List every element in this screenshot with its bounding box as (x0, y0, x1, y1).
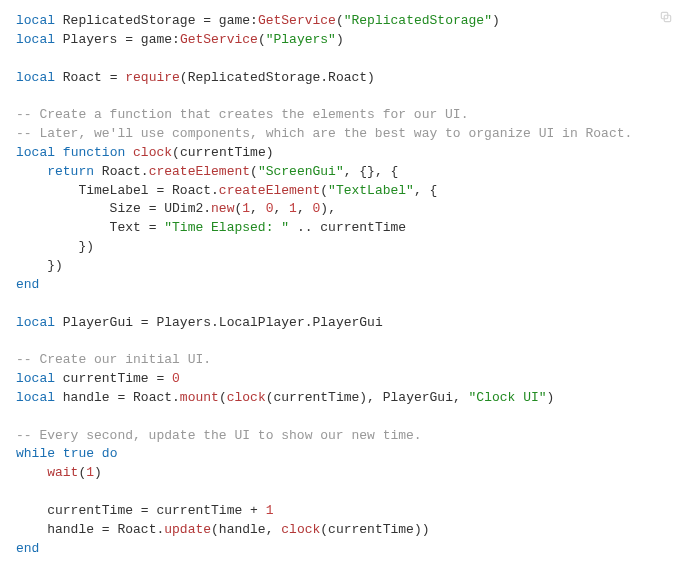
token-str: "Time Elapsed: " (164, 220, 289, 235)
token-id: ( (320, 183, 328, 198)
token-id: ( (219, 390, 227, 405)
token-id: PlayerGui (55, 315, 141, 330)
token-id (55, 446, 63, 461)
token-id (125, 145, 133, 160)
token-id: Roact. (125, 390, 180, 405)
token-bool: true (63, 446, 94, 461)
token-id: = (125, 32, 133, 47)
token-id (16, 465, 47, 480)
token-fn: wait (47, 465, 78, 480)
token-id: Size (16, 201, 149, 216)
token-str: "ScreenGui" (258, 164, 344, 179)
code-line: TimeLabel = Roact.createElement("TextLab… (16, 183, 437, 198)
token-fn: clock (133, 145, 172, 160)
token-kw: return (47, 164, 94, 179)
token-id: = (141, 315, 149, 330)
token-id: , (250, 201, 266, 216)
token-id (16, 164, 47, 179)
code-line: Text = "Time Elapsed: " .. currentTime (16, 220, 406, 235)
token-id: (currentTime), PlayerGui, (266, 390, 469, 405)
token-num: 0 (172, 371, 180, 386)
token-com: -- Later, we'll use components, which ar… (16, 126, 632, 141)
token-num: 1 (242, 201, 250, 216)
token-id: (currentTime)) (320, 522, 429, 537)
token-id (55, 145, 63, 160)
token-id: ReplicatedStorage (55, 13, 203, 28)
code-line: local Players = game:GetService("Players… (16, 32, 344, 47)
token-kw: local (16, 390, 55, 405)
code-line: local PlayerGui = Players.LocalPlayer.Pl… (16, 315, 383, 330)
token-com: -- Create our initial UI. (16, 352, 211, 367)
token-id: : (250, 13, 258, 28)
token-id: currentTime (55, 371, 156, 386)
token-num: 1 (86, 465, 94, 480)
code-line: -- Later, we'll use components, which ar… (16, 126, 632, 141)
token-num: 0 (266, 201, 274, 216)
token-str: "Players" (266, 32, 336, 47)
token-id: }) (16, 258, 63, 273)
token-fn: clock (227, 390, 266, 405)
token-id: .. currentTime (289, 220, 406, 235)
token-fn: mount (180, 390, 219, 405)
token-id: , (274, 201, 290, 216)
token-id: Players.LocalPlayer.PlayerGui (149, 315, 383, 330)
token-id: Roact. (94, 164, 149, 179)
token-id: ) (336, 32, 344, 47)
code-line: local handle = Roact.mount(clock(current… (16, 390, 554, 405)
token-fn: require (125, 70, 180, 85)
token-id: currentTime (16, 503, 141, 518)
token-fn: update (164, 522, 211, 537)
token-id: (currentTime) (172, 145, 273, 160)
token-id: UDim2. (156, 201, 211, 216)
token-kw: while (16, 446, 55, 461)
code-line: local Roact = require(ReplicatedStorage.… (16, 70, 375, 85)
token-fn: createElement (149, 164, 250, 179)
token-id: game (211, 13, 250, 28)
token-id: Roact. (164, 183, 219, 198)
token-kw: local (16, 145, 55, 160)
token-id: ) (94, 465, 102, 480)
code-line: }) (16, 239, 94, 254)
token-id: ( (250, 164, 258, 179)
token-id: + (250, 503, 258, 518)
token-id: Roact. (110, 522, 165, 537)
token-id: handle (16, 522, 102, 537)
code-line: wait(1) (16, 465, 102, 480)
token-id: : (172, 32, 180, 47)
copy-icon[interactable] (659, 10, 673, 24)
token-fn: new (211, 201, 234, 216)
token-id: TimeLabel (16, 183, 156, 198)
token-id: = (203, 13, 211, 28)
token-kw: local (16, 13, 55, 28)
token-id: Players (55, 32, 125, 47)
token-kw: local (16, 315, 55, 330)
token-id: }) (16, 239, 94, 254)
token-id: , {}, { (344, 164, 399, 179)
token-fn: createElement (219, 183, 320, 198)
token-kw: do (102, 446, 118, 461)
code-line: end (16, 541, 39, 556)
token-id: ) (547, 390, 555, 405)
token-str: "ReplicatedStorage" (344, 13, 492, 28)
code-line: -- Every second, update the UI to show o… (16, 428, 422, 443)
token-id: = (141, 503, 149, 518)
token-str: "Clock UI" (469, 390, 547, 405)
token-id: (ReplicatedStorage.Roact) (180, 70, 375, 85)
code-line: }) (16, 258, 63, 273)
code-block: local ReplicatedStorage = game:GetServic… (16, 12, 671, 558)
token-id: currentTime (149, 503, 250, 518)
token-fn: GetService (180, 32, 258, 47)
token-id: ( (336, 13, 344, 28)
token-id: game (133, 32, 172, 47)
token-id: handle (55, 390, 117, 405)
code-line: local ReplicatedStorage = game:GetServic… (16, 13, 500, 28)
token-id: , { (414, 183, 437, 198)
code-line: return Roact.createElement("ScreenGui", … (16, 164, 398, 179)
code-line: local function clock(currentTime) (16, 145, 274, 160)
token-kw: local (16, 70, 55, 85)
token-com: -- Every second, update the UI to show o… (16, 428, 422, 443)
token-fn: GetService (258, 13, 336, 28)
token-id: = (102, 522, 110, 537)
code-line: handle = Roact.update(handle, clock(curr… (16, 522, 430, 537)
token-kw: end (16, 277, 39, 292)
